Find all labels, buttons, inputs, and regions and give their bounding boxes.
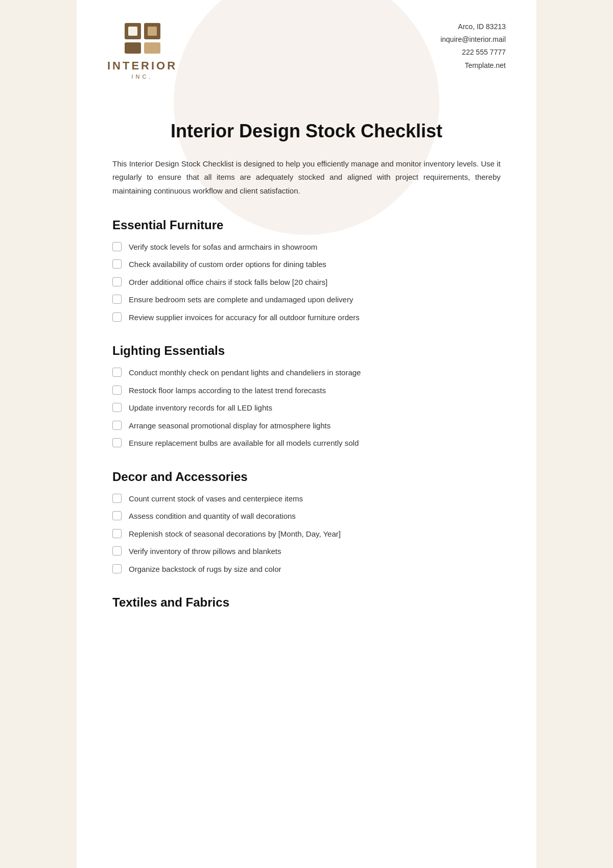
list-item[interactable]: Restock floor lamps according to the lat… (112, 385, 501, 397)
checkbox-icon[interactable] (112, 295, 122, 304)
list-item[interactable]: Update inventory records for all LED lig… (112, 402, 501, 414)
item-text: Assess condition and quantity of wall de… (129, 511, 296, 522)
svg-rect-4 (128, 27, 137, 36)
section-title-lighting: Lighting Essentials (112, 344, 501, 358)
item-text: Review supplier invoices for accuracy fo… (129, 312, 360, 324)
item-text: Conduct monthly check on pendant lights … (129, 367, 361, 379)
checkbox-icon[interactable] (112, 421, 122, 430)
item-text: Verify stock levels for sofas and armcha… (129, 242, 317, 253)
item-text: Organize backstock of rugs by size and c… (129, 564, 281, 575)
list-item[interactable]: Check availability of custom order optio… (112, 259, 501, 271)
checkbox-icon[interactable] (112, 529, 122, 538)
item-text: Restock floor lamps according to the lat… (129, 385, 326, 397)
item-text: Update inventory records for all LED lig… (129, 402, 272, 414)
checkbox-icon[interactable] (112, 403, 122, 412)
item-text: Check availability of custom order optio… (129, 259, 326, 271)
logo-icon (122, 20, 163, 56)
checkbox-icon[interactable] (112, 546, 122, 556)
list-item[interactable]: Assess condition and quantity of wall de… (112, 511, 501, 522)
company-email: inquire@interior.mail (440, 33, 506, 46)
list-item[interactable]: Order additional office chairs if stock … (112, 277, 501, 288)
checklist-decor: Count current stock of vases and centerp… (112, 493, 501, 575)
item-text: Ensure replacement bulbs are available f… (129, 438, 359, 449)
list-item[interactable]: Verify inventory of throw pillows and bl… (112, 546, 501, 558)
page: INTERIOR INC. Arco, ID 83213 inquire@int… (77, 0, 536, 868)
svg-rect-2 (125, 42, 141, 54)
main-content: Interior Design Stock Checklist This Int… (77, 95, 536, 649)
item-text: Replenish stock of seasonal decorations … (129, 528, 341, 540)
checkbox-icon[interactable] (112, 312, 122, 322)
checkbox-icon[interactable] (112, 494, 122, 503)
checklist-furniture: Verify stock levels for sofas and armcha… (112, 242, 501, 324)
item-text: Ensure bedroom sets are complete and und… (129, 294, 353, 306)
list-item[interactable]: Arrange seasonal promotional display for… (112, 420, 501, 432)
company-sub: INC. (132, 74, 153, 80)
checkbox-icon[interactable] (112, 438, 122, 447)
section-title-furniture: Essential Furniture (112, 218, 501, 232)
checkbox-icon[interactable] (112, 385, 122, 395)
list-item[interactable]: Ensure replacement bulbs are available f… (112, 438, 501, 449)
checkbox-icon[interactable] (112, 368, 122, 377)
checklist-lighting: Conduct monthly check on pendant lights … (112, 367, 501, 449)
company-name: INTERIOR (107, 59, 177, 73)
list-item[interactable]: Ensure bedroom sets are complete and und… (112, 294, 501, 306)
section-title-textiles: Textiles and Fabrics (112, 595, 501, 610)
list-item[interactable]: Conduct monthly check on pendant lights … (112, 367, 501, 379)
list-item[interactable]: Organize backstock of rugs by size and c… (112, 564, 501, 575)
item-text: Arrange seasonal promotional display for… (129, 420, 331, 432)
checkbox-icon[interactable] (112, 511, 122, 520)
checkbox-icon[interactable] (112, 564, 122, 573)
company-phone: 222 555 7777 (440, 46, 506, 59)
intro-paragraph: This Interior Design Stock Checklist is … (112, 157, 501, 198)
list-item[interactable]: Verify stock levels for sofas and armcha… (112, 242, 501, 253)
svg-rect-5 (148, 27, 157, 36)
list-item[interactable]: Count current stock of vases and centerp… (112, 493, 501, 505)
item-text: Order additional office chairs if stock … (129, 277, 327, 288)
checkbox-icon[interactable] (112, 259, 122, 269)
checkbox-icon[interactable] (112, 242, 122, 251)
svg-rect-3 (144, 42, 160, 54)
section-title-decor: Decor and Accessories (112, 470, 501, 484)
list-item[interactable]: Review supplier invoices for accuracy fo… (112, 312, 501, 324)
item-text: Verify inventory of throw pillows and bl… (129, 546, 281, 558)
header: INTERIOR INC. Arco, ID 83213 inquire@int… (77, 0, 536, 95)
company-website: Template.net (440, 59, 506, 72)
checkbox-icon[interactable] (112, 277, 122, 286)
company-address: Arco, ID 83213 (440, 20, 506, 33)
item-text: Count current stock of vases and centerp… (129, 493, 303, 505)
logo-area: INTERIOR INC. (107, 20, 177, 80)
page-title: Interior Design Stock Checklist (112, 120, 501, 142)
list-item[interactable]: Replenish stock of seasonal decorations … (112, 528, 501, 540)
contact-info: Arco, ID 83213 inquire@interior.mail 222… (440, 20, 506, 72)
